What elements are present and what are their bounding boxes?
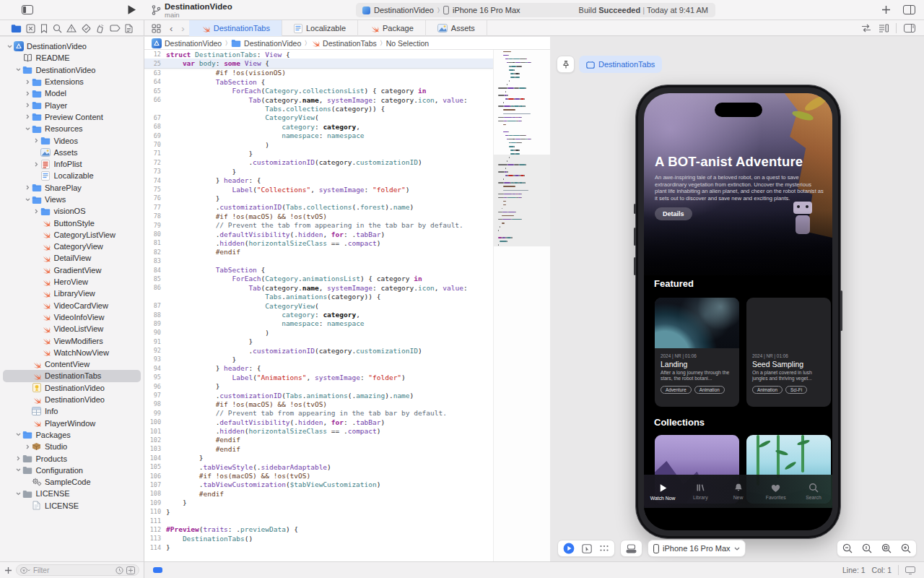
line-number[interactable]: 82 [144, 249, 166, 256]
line-number[interactable]: 111 [144, 517, 166, 525]
line-number[interactable]: 97 [144, 392, 166, 399]
line-number[interactable]: 112 [144, 526, 166, 533]
recents-icon[interactable] [116, 566, 123, 574]
code-line-74[interactable]: 74 } header: { [144, 176, 493, 184]
code-line-82[interactable]: 82 #endif [144, 248, 493, 256]
code-line-90[interactable]: 90 ) [144, 328, 493, 337]
code-line-70[interactable]: 70 ) [144, 140, 493, 149]
jumpbar-item[interactable]: No Selection [386, 39, 430, 48]
code-line-92[interactable]: 92 .customizationID(category.customizati… [144, 346, 493, 355]
filter-field[interactable]: Filter [16, 564, 139, 576]
line-number[interactable]: 79 [144, 222, 166, 229]
filter-add-icon[interactable] [126, 566, 135, 574]
file-tree-item-detailview[interactable]: DetailView [0, 252, 144, 264]
tests-icon[interactable] [82, 24, 91, 33]
code-line-69[interactable]: 69 namespace: namespace [144, 131, 493, 140]
file-tree-item-products[interactable]: Products [0, 452, 144, 464]
line-number[interactable]: 107 [144, 481, 166, 488]
code-line-94[interactable]: 94 } header: { [144, 364, 493, 373]
line-number[interactable]: 96 [144, 383, 166, 390]
source-control-icon[interactable] [26, 24, 35, 33]
file-tree-item-resources[interactable]: Resources [0, 123, 144, 134]
file-tree-item-buttonstyle[interactable]: ButtonStyle [0, 217, 144, 228]
code-line-93[interactable]: 93 } [144, 355, 493, 363]
chevron-down-icon[interactable] [15, 492, 22, 496]
code-line-12[interactable]: 12struct DestinationTabs: View { [144, 50, 493, 59]
phone-tab-library[interactable]: Library [681, 475, 719, 508]
line-number[interactable]: 83 [144, 257, 166, 264]
code-line-88[interactable]: 88 category: category, [144, 310, 493, 319]
jumpbar-item[interactable]: DestinationVideo [152, 38, 222, 48]
file-tree-item-videoinfoview[interactable]: VideoInfoView [0, 311, 144, 323]
code-line-87[interactable]: 87 CategoryView( [144, 301, 493, 310]
pin-preview-button[interactable] [557, 56, 575, 73]
line-number[interactable]: 75 [144, 186, 166, 193]
phone-tab-favorites[interactable]: Favorites [757, 475, 795, 508]
chevron-right-icon[interactable] [33, 209, 40, 214]
file-tree-item-categoryview[interactable]: CategoryView [0, 241, 144, 252]
line-number[interactable]: 114 [144, 544, 166, 551]
file-tree-item-model[interactable]: Model [0, 87, 144, 99]
chevron-down-icon[interactable] [24, 198, 31, 202]
code-line-72[interactable]: 72 .customizationID(category.customizati… [144, 158, 493, 167]
code-line-100[interactable]: 100 .defaultVisibility(.hidden, for: .ta… [144, 418, 493, 426]
file-tree-item-contentview[interactable]: ContentView [0, 358, 144, 370]
line-number[interactable]: 110 [144, 508, 166, 515]
file-tree-item-destinationvideo[interactable]: DestinationVideo [0, 64, 144, 76]
toggle-navigator-icon[interactable] [22, 5, 33, 14]
file-tree-item-player[interactable]: Player [0, 99, 144, 111]
file-tree-item-videos[interactable]: Videos [0, 134, 144, 146]
bookmarks-icon[interactable] [40, 24, 48, 33]
iphone-preview-device[interactable]: A BOT-anist Adventure An awe-inspiring t… [635, 85, 841, 539]
line-number[interactable]: 94 [144, 365, 166, 372]
file-tree-item-license[interactable]: LICENSE [0, 488, 144, 499]
line-number[interactable]: 25 [144, 60, 166, 67]
chevron-down-icon[interactable] [15, 433, 22, 436]
chevron-right-icon[interactable] [24, 114, 31, 119]
chevron-down-icon[interactable] [6, 45, 13, 48]
code-line-107[interactable]: 107 .tabViewCustomization($tabViewCustom… [144, 480, 493, 489]
code-line-110[interactable]: 110} [144, 507, 493, 516]
code-line-108[interactable]: 108 #endif [144, 489, 493, 498]
file-tree-item-videocardview[interactable]: VideoCardView [0, 300, 144, 311]
minimap-viewport[interactable] [494, 155, 550, 246]
line-number[interactable]: 74 [144, 177, 166, 184]
editor-tab-package[interactable]: Package [358, 20, 426, 36]
file-tree-item-viewmodifiers[interactable]: ViewModifiers [0, 335, 144, 346]
code-line-83[interactable]: 83 [144, 256, 493, 265]
editor-layout-button[interactable] [903, 5, 915, 14]
code-line-85[interactable]: 85 ForEach(Category.animationsList) { ca… [144, 275, 493, 283]
code-line-104[interactable]: 104 } [144, 454, 493, 462]
code-line-109[interactable]: 109 } [144, 499, 493, 507]
code-line-73[interactable]: 73 } [144, 167, 493, 176]
line-number[interactable]: 80 [144, 230, 166, 238]
code-line-89[interactable]: 89 namespace: namespace [144, 319, 493, 328]
code-line-91[interactable]: 91 } [144, 337, 493, 346]
line-number[interactable]: 102 [144, 436, 166, 444]
code-line-98[interactable]: 98 #if !os(macOS) && !os(tvOS) [144, 400, 493, 408]
line-number[interactable]: 93 [144, 355, 166, 363]
device-settings-button[interactable] [620, 540, 642, 557]
line-number[interactable]: 89 [144, 320, 166, 327]
reports-icon[interactable] [125, 24, 133, 33]
file-tree-item-categorylistview[interactable]: CategoryListView [0, 229, 144, 241]
tab-overview-icon[interactable] [144, 24, 165, 33]
file-tree-item-info[interactable]: Info [0, 405, 144, 417]
breakpoints-icon[interactable] [110, 25, 121, 32]
chevron-right-icon[interactable] [33, 162, 40, 167]
file-tree-item-assets[interactable]: Assets [0, 147, 144, 158]
line-number[interactable]: 84 [144, 267, 166, 274]
editor-tab-assets[interactable]: Assets [426, 20, 487, 36]
code-line-25[interactable]: 25 var body: some View { [144, 59, 493, 67]
run-button[interactable] [127, 4, 136, 15]
chevron-down-icon[interactable] [15, 68, 22, 72]
file-tree-item-destinationvideo[interactable]: DestinationVideo [0, 382, 144, 394]
line-number[interactable]: 65 [144, 87, 166, 95]
code-line-66[interactable]: 66 Tab(category.name, systemImage: categ… [144, 95, 493, 104]
live-preview-button[interactable] [563, 543, 575, 554]
file-tree-item-localizable[interactable]: Localizable [0, 170, 144, 181]
code-line-102[interactable]: 102 #endif [144, 436, 493, 444]
line-number[interactable]: 66 [144, 96, 166, 103]
debug-icon[interactable] [96, 24, 105, 33]
issues-icon[interactable] [66, 24, 77, 33]
